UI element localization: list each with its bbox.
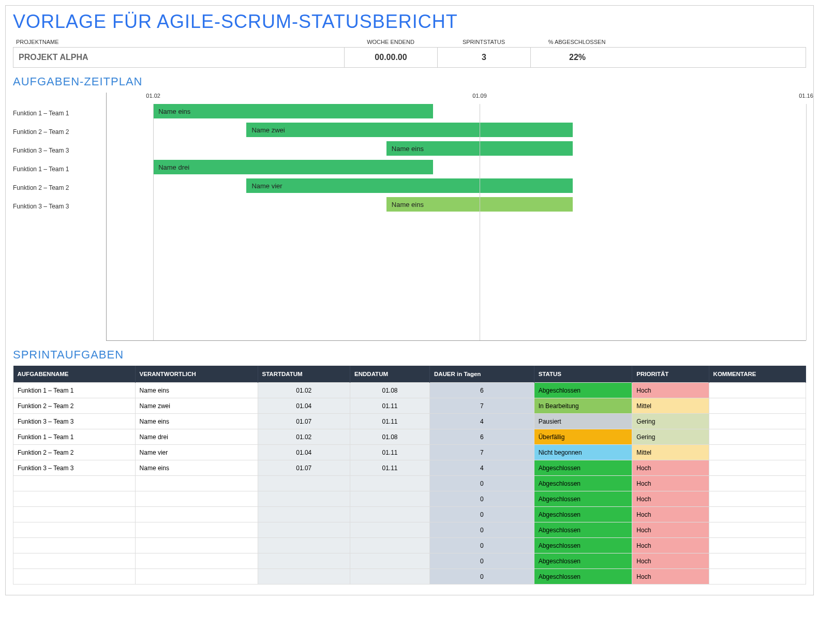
value-project: PROJEKT ALPHA (13, 48, 345, 67)
table-header-cell: DAUER in Tagen (429, 366, 534, 383)
table-cell (258, 507, 350, 522)
section-schedule-title: AUFGABEN-ZEITPLAN (13, 75, 806, 88)
table-cell: Funktion 1 – Team 1 (13, 429, 136, 445)
table-cell: 01.07 (258, 460, 350, 476)
table-row: Funktion 1 – Team 1Name drei01.0201.086Ü… (13, 429, 806, 445)
table-cell (135, 522, 258, 538)
table-header-cell: VERANTWORTLICH (135, 366, 258, 383)
table-cell: 01.02 (258, 429, 350, 445)
gantt-bar-row: Name eins (107, 104, 806, 118)
table-cell (13, 538, 136, 553)
table-cell (135, 553, 258, 569)
table-cell (350, 553, 430, 569)
table-cell: 01.04 (258, 398, 350, 414)
value-pct: 22% (531, 48, 624, 67)
table-cell: Abgeschlossen (534, 460, 632, 476)
table-cell: 01.08 (350, 429, 430, 445)
table-cell: 0 (429, 553, 534, 569)
summary-values: PROJEKT ALPHA 00.00.00 3 22% (13, 47, 806, 68)
table-cell: Name eins (135, 383, 258, 398)
table-cell: Hoch (632, 522, 709, 538)
table-cell: Überfällig (534, 429, 632, 445)
table-cell: 01.11 (350, 460, 430, 476)
table-row: Funktion 1 – Team 1Name eins01.0201.086A… (13, 383, 806, 398)
table-cell (13, 491, 136, 507)
page-title: VORLAGE FÜR AGILE-SCRUM-STATUSBERICHT (13, 11, 806, 33)
table-cell (350, 569, 430, 585)
table-cell: 01.02 (258, 383, 350, 398)
table-cell: 4 (429, 460, 534, 476)
table-cell (135, 569, 258, 585)
table-row: 0AbgeschlossenHoch (13, 522, 806, 538)
table-cell: Name zwei (135, 398, 258, 414)
table-cell: 7 (429, 398, 534, 414)
table-cell (709, 569, 806, 585)
value-sprint: 3 (438, 48, 531, 67)
table-cell: Funktion 3 – Team 3 (13, 460, 136, 476)
table-row: 0AbgeschlossenHoch (13, 491, 806, 507)
table-cell (709, 507, 806, 522)
table-cell: 01.11 (350, 414, 430, 429)
gantt-row-label: Funktion 1 – Team 1 (13, 104, 106, 123)
table-header-cell: STATUS (534, 366, 632, 383)
table-cell: Hoch (632, 538, 709, 553)
table-cell (135, 507, 258, 522)
label-pct: % ABGESCHLOSSEN (530, 37, 623, 47)
value-week: 00.00.00 (345, 48, 438, 67)
table-cell: Funktion 1 – Team 1 (13, 383, 136, 398)
table-cell: 0 (429, 538, 534, 553)
table-cell (709, 538, 806, 553)
table-cell (350, 476, 430, 491)
table-cell (709, 445, 806, 460)
gantt-bar-row: Name drei (107, 160, 806, 174)
table-cell: 6 (429, 383, 534, 398)
table-row: 0AbgeschlossenHoch (13, 476, 806, 491)
table-cell (350, 491, 430, 507)
table-row: Funktion 3 – Team 3Name eins01.0701.114A… (13, 460, 806, 476)
table-cell: 01.11 (350, 445, 430, 460)
table-cell: Abgeschlossen (534, 569, 632, 585)
table-cell (13, 507, 136, 522)
gantt-bar-row: Name zwei (107, 123, 806, 137)
gantt-gridline (153, 104, 154, 340)
table-cell (13, 522, 136, 538)
table-cell (135, 476, 258, 491)
gantt-bar-row: Name vier (107, 178, 806, 193)
table-cell: Name eins (135, 460, 258, 476)
gantt-row-label: Funktion 3 – Team 3 (13, 197, 106, 216)
table-cell: Hoch (632, 460, 709, 476)
table-cell (350, 507, 430, 522)
table-cell: 01.08 (350, 383, 430, 398)
table-header-cell: AUFGABENNAME (13, 366, 136, 383)
tasks-table: AUFGABENNAMEVERANTWORTLICHSTARTDATUMENDD… (13, 366, 806, 585)
gantt-chart: Funktion 1 – Team 1Funktion 2 – Team 2Fu… (13, 93, 806, 341)
table-cell: 6 (429, 429, 534, 445)
gantt-gridline (480, 104, 480, 340)
table-cell (709, 383, 806, 398)
table-cell: Funktion 2 – Team 2 (13, 445, 136, 460)
gantt-bar: Name zwei (246, 123, 573, 137)
table-row: Funktion 3 – Team 3Name eins01.0701.114P… (13, 414, 806, 429)
table-cell: Funktion 3 – Team 3 (13, 414, 136, 429)
table-cell (258, 476, 350, 491)
table-cell: In Bearbeitung (534, 398, 632, 414)
table-cell (709, 398, 806, 414)
table-row: 0AbgeschlossenHoch (13, 553, 806, 569)
table-cell: Pausiert (534, 414, 632, 429)
table-cell: 0 (429, 569, 534, 585)
table-cell (350, 522, 430, 538)
table-cell: Abgeschlossen (534, 538, 632, 553)
table-cell (709, 553, 806, 569)
table-cell: Abgeschlossen (534, 476, 632, 491)
table-cell (258, 491, 350, 507)
table-cell: Abgeschlossen (534, 507, 632, 522)
table-cell: Funktion 2 – Team 2 (13, 398, 136, 414)
table-cell: Hoch (632, 553, 709, 569)
table-cell: Hoch (632, 476, 709, 491)
table-cell (709, 429, 806, 445)
gantt-row-label: Funktion 2 – Team 2 (13, 178, 106, 197)
table-row: 0AbgeschlossenHoch (13, 569, 806, 585)
table-cell: Name drei (135, 429, 258, 445)
table-cell (258, 538, 350, 553)
gantt-date-tick: 01.02 (146, 93, 160, 99)
